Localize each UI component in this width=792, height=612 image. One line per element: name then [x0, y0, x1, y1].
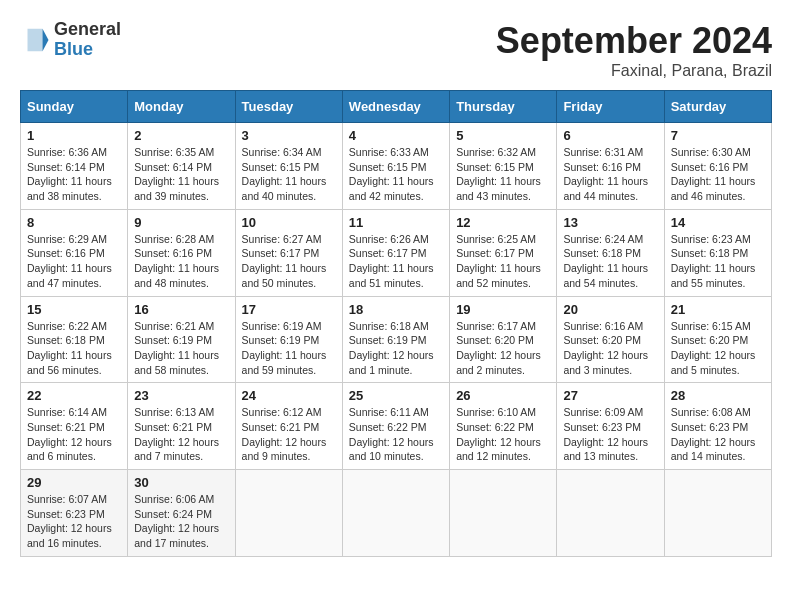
day-number: 25: [349, 388, 443, 403]
day-info: Sunrise: 6:14 AM Sunset: 6:21 PM Dayligh…: [27, 405, 121, 464]
day-number: 8: [27, 215, 121, 230]
calendar-cell: 12Sunrise: 6:25 AM Sunset: 6:17 PM Dayli…: [450, 209, 557, 296]
calendar-cell: 5Sunrise: 6:32 AM Sunset: 6:15 PM Daylig…: [450, 123, 557, 210]
day-info: Sunrise: 6:22 AM Sunset: 6:18 PM Dayligh…: [27, 319, 121, 378]
day-number: 1: [27, 128, 121, 143]
location-title: Faxinal, Parana, Brazil: [496, 62, 772, 80]
calendar-cell: 23Sunrise: 6:13 AM Sunset: 6:21 PM Dayli…: [128, 383, 235, 470]
logo-icon: [20, 25, 50, 55]
day-info: Sunrise: 6:36 AM Sunset: 6:14 PM Dayligh…: [27, 145, 121, 204]
day-number: 14: [671, 215, 765, 230]
day-number: 15: [27, 302, 121, 317]
day-number: 21: [671, 302, 765, 317]
calendar-cell: 13Sunrise: 6:24 AM Sunset: 6:18 PM Dayli…: [557, 209, 664, 296]
day-number: 23: [134, 388, 228, 403]
calendar-cell: 30Sunrise: 6:06 AM Sunset: 6:24 PM Dayli…: [128, 470, 235, 557]
calendar-cell: 9Sunrise: 6:28 AM Sunset: 6:16 PM Daylig…: [128, 209, 235, 296]
svg-marker-0: [43, 29, 49, 52]
day-info: Sunrise: 6:12 AM Sunset: 6:21 PM Dayligh…: [242, 405, 336, 464]
day-info: Sunrise: 6:31 AM Sunset: 6:16 PM Dayligh…: [563, 145, 657, 204]
calendar-cell: 19Sunrise: 6:17 AM Sunset: 6:20 PM Dayli…: [450, 296, 557, 383]
day-info: Sunrise: 6:32 AM Sunset: 6:15 PM Dayligh…: [456, 145, 550, 204]
day-number: 12: [456, 215, 550, 230]
calendar-cell: 24Sunrise: 6:12 AM Sunset: 6:21 PM Dayli…: [235, 383, 342, 470]
day-info: Sunrise: 6:35 AM Sunset: 6:14 PM Dayligh…: [134, 145, 228, 204]
day-number: 28: [671, 388, 765, 403]
day-info: Sunrise: 6:06 AM Sunset: 6:24 PM Dayligh…: [134, 492, 228, 551]
calendar-cell: 14Sunrise: 6:23 AM Sunset: 6:18 PM Dayli…: [664, 209, 771, 296]
day-info: Sunrise: 6:15 AM Sunset: 6:20 PM Dayligh…: [671, 319, 765, 378]
day-info: Sunrise: 6:18 AM Sunset: 6:19 PM Dayligh…: [349, 319, 443, 378]
day-info: Sunrise: 6:29 AM Sunset: 6:16 PM Dayligh…: [27, 232, 121, 291]
calendar-cell: 4Sunrise: 6:33 AM Sunset: 6:15 PM Daylig…: [342, 123, 449, 210]
day-number: 19: [456, 302, 550, 317]
day-number: 2: [134, 128, 228, 143]
calendar-cell: 18Sunrise: 6:18 AM Sunset: 6:19 PM Dayli…: [342, 296, 449, 383]
day-number: 29: [27, 475, 121, 490]
calendar-cell: [342, 470, 449, 557]
calendar-cell: 16Sunrise: 6:21 AM Sunset: 6:19 PM Dayli…: [128, 296, 235, 383]
day-number: 6: [563, 128, 657, 143]
day-info: Sunrise: 6:30 AM Sunset: 6:16 PM Dayligh…: [671, 145, 765, 204]
day-info: Sunrise: 6:23 AM Sunset: 6:18 PM Dayligh…: [671, 232, 765, 291]
day-info: Sunrise: 6:26 AM Sunset: 6:17 PM Dayligh…: [349, 232, 443, 291]
calendar-week-2: 8Sunrise: 6:29 AM Sunset: 6:16 PM Daylig…: [21, 209, 772, 296]
calendar-week-3: 15Sunrise: 6:22 AM Sunset: 6:18 PM Dayli…: [21, 296, 772, 383]
day-info: Sunrise: 6:11 AM Sunset: 6:22 PM Dayligh…: [349, 405, 443, 464]
day-number: 3: [242, 128, 336, 143]
calendar-cell: [450, 470, 557, 557]
calendar-cell: [664, 470, 771, 557]
day-number: 20: [563, 302, 657, 317]
day-info: Sunrise: 6:28 AM Sunset: 6:16 PM Dayligh…: [134, 232, 228, 291]
calendar-cell: 28Sunrise: 6:08 AM Sunset: 6:23 PM Dayli…: [664, 383, 771, 470]
month-title: September 2024: [496, 20, 772, 62]
calendar-cell: 20Sunrise: 6:16 AM Sunset: 6:20 PM Dayli…: [557, 296, 664, 383]
calendar-week-5: 29Sunrise: 6:07 AM Sunset: 6:23 PM Dayli…: [21, 470, 772, 557]
calendar-week-4: 22Sunrise: 6:14 AM Sunset: 6:21 PM Dayli…: [21, 383, 772, 470]
calendar-header-row: SundayMondayTuesdayWednesdayThursdayFrid…: [21, 91, 772, 123]
day-info: Sunrise: 6:17 AM Sunset: 6:20 PM Dayligh…: [456, 319, 550, 378]
calendar-cell: 1Sunrise: 6:36 AM Sunset: 6:14 PM Daylig…: [21, 123, 128, 210]
calendar-cell: 7Sunrise: 6:30 AM Sunset: 6:16 PM Daylig…: [664, 123, 771, 210]
calendar-cell: 25Sunrise: 6:11 AM Sunset: 6:22 PM Dayli…: [342, 383, 449, 470]
day-header-friday: Friday: [557, 91, 664, 123]
day-header-monday: Monday: [128, 91, 235, 123]
calendar-table: SundayMondayTuesdayWednesdayThursdayFrid…: [20, 90, 772, 557]
day-info: Sunrise: 6:10 AM Sunset: 6:22 PM Dayligh…: [456, 405, 550, 464]
day-number: 9: [134, 215, 228, 230]
calendar-cell: 10Sunrise: 6:27 AM Sunset: 6:17 PM Dayli…: [235, 209, 342, 296]
calendar-body: 1Sunrise: 6:36 AM Sunset: 6:14 PM Daylig…: [21, 123, 772, 557]
day-info: Sunrise: 6:09 AM Sunset: 6:23 PM Dayligh…: [563, 405, 657, 464]
day-number: 11: [349, 215, 443, 230]
day-info: Sunrise: 6:24 AM Sunset: 6:18 PM Dayligh…: [563, 232, 657, 291]
day-number: 18: [349, 302, 443, 317]
calendar-cell: 2Sunrise: 6:35 AM Sunset: 6:14 PM Daylig…: [128, 123, 235, 210]
day-number: 7: [671, 128, 765, 143]
calendar-week-1: 1Sunrise: 6:36 AM Sunset: 6:14 PM Daylig…: [21, 123, 772, 210]
calendar-cell: 17Sunrise: 6:19 AM Sunset: 6:19 PM Dayli…: [235, 296, 342, 383]
logo-line2: Blue: [54, 40, 121, 60]
calendar-cell: 29Sunrise: 6:07 AM Sunset: 6:23 PM Dayli…: [21, 470, 128, 557]
logo: General Blue: [20, 20, 121, 60]
day-number: 17: [242, 302, 336, 317]
day-header-thursday: Thursday: [450, 91, 557, 123]
day-info: Sunrise: 6:07 AM Sunset: 6:23 PM Dayligh…: [27, 492, 121, 551]
day-number: 27: [563, 388, 657, 403]
calendar-cell: [557, 470, 664, 557]
title-area: September 2024 Faxinal, Parana, Brazil: [496, 20, 772, 80]
calendar-cell: 6Sunrise: 6:31 AM Sunset: 6:16 PM Daylig…: [557, 123, 664, 210]
day-info: Sunrise: 6:08 AM Sunset: 6:23 PM Dayligh…: [671, 405, 765, 464]
day-info: Sunrise: 6:13 AM Sunset: 6:21 PM Dayligh…: [134, 405, 228, 464]
day-number: 26: [456, 388, 550, 403]
day-number: 4: [349, 128, 443, 143]
calendar-cell: 22Sunrise: 6:14 AM Sunset: 6:21 PM Dayli…: [21, 383, 128, 470]
day-number: 16: [134, 302, 228, 317]
calendar-cell: 21Sunrise: 6:15 AM Sunset: 6:20 PM Dayli…: [664, 296, 771, 383]
day-number: 5: [456, 128, 550, 143]
day-number: 13: [563, 215, 657, 230]
calendar-cell: 26Sunrise: 6:10 AM Sunset: 6:22 PM Dayli…: [450, 383, 557, 470]
day-info: Sunrise: 6:27 AM Sunset: 6:17 PM Dayligh…: [242, 232, 336, 291]
day-header-wednesday: Wednesday: [342, 91, 449, 123]
day-info: Sunrise: 6:25 AM Sunset: 6:17 PM Dayligh…: [456, 232, 550, 291]
page-header: General Blue September 2024 Faxinal, Par…: [20, 20, 772, 80]
